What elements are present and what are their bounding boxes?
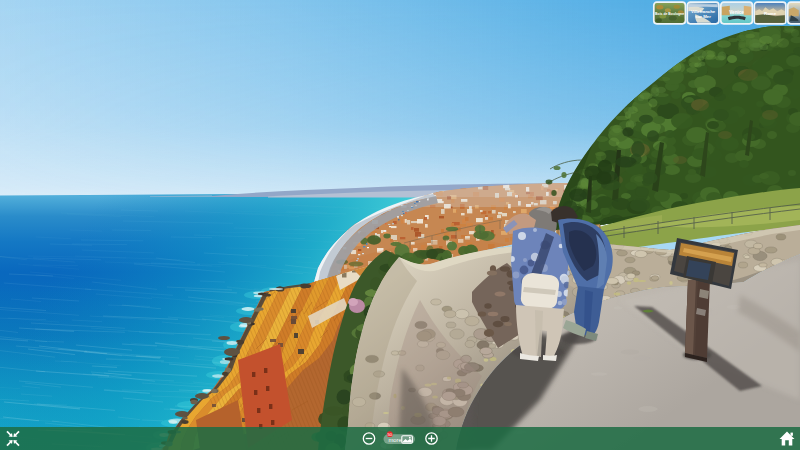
svg-text:more: more — [389, 437, 402, 443]
svg-text:Venice: Venice — [729, 10, 744, 15]
svg-text:sur Mer: sur Mer — [695, 14, 711, 19]
svg-text:Bois de Boulogne: Bois de Boulogne — [655, 11, 685, 16]
svg-text:Rome: Rome — [764, 11, 777, 16]
svg-text:50: 50 — [387, 432, 392, 437]
